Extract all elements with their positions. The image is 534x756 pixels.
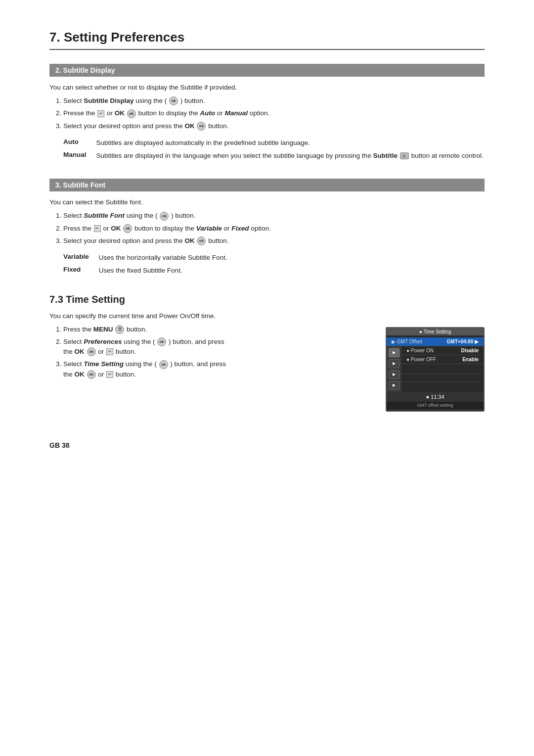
screenshot-row-poweroff: ● Power OFF Enable	[401, 355, 484, 364]
time-setting-section: 7.3 Time Setting You can specify the cur…	[49, 294, 485, 412]
ok-label-6: OK	[75, 371, 85, 378]
variable-desc: Uses the horizontally variable Subtitle …	[99, 253, 227, 266]
menu-icon: ☰	[115, 325, 124, 334]
subtitle-font-steps: Select Subtitle Font using the ( ok ) bu…	[49, 211, 485, 246]
enter-icon-4: ↵	[106, 371, 113, 378]
manual-definition: Manual Subtitles are displayed in the la…	[63, 151, 484, 164]
subtitle-font-section: 3. Subtitle Font You can select the Subt…	[49, 179, 485, 279]
poweroff-value: Enable	[462, 357, 479, 362]
time-step-1: Press the MENU ☰ button.	[63, 325, 371, 334]
time-setting-label: Time Setting	[84, 360, 124, 368]
ok-button-icon-5: ok	[123, 224, 132, 233]
time-setting-content: Press the MENU ☰ button. Select Preferen…	[49, 325, 485, 412]
variable-term: Variable	[63, 253, 99, 266]
ok-label-3: OK	[111, 225, 121, 232]
time-setting-title: 7.3 Time Setting	[49, 294, 485, 305]
enter-icon-2: ↵	[94, 225, 101, 232]
screenshot-row-poweron: ● Power ON Disable	[401, 346, 484, 355]
manual-desc: Subtitles are displayed in the language …	[96, 151, 484, 164]
font-step-2: Press the ↵ or OK ok button to display t…	[63, 224, 485, 234]
enter-icon: ↵	[97, 110, 104, 117]
subtitle-font-label: Subtitle Font	[84, 212, 124, 219]
poweron-label: ● Power ON	[406, 348, 434, 353]
ok-button-icon-9: ok	[159, 360, 168, 369]
poweroff-label: ● Power OFF	[406, 357, 436, 362]
auto-desc: Subtitles are displayed automatically in…	[96, 138, 484, 151]
step-2: Presse the ↵ or OK ok button to display …	[63, 108, 485, 118]
ok-label-2: OK	[184, 122, 194, 130]
time-setting-steps: Press the MENU ☰ button. Select Preferen…	[49, 325, 371, 379]
screenshot-time: ● 11:34	[387, 392, 484, 402]
subtitle-display-steps: Select Subtitle Display using the ( ok )…	[49, 96, 485, 131]
variable-label: Variable	[196, 225, 222, 232]
subtitle-display-header: 2. Subtitle Display	[49, 64, 485, 77]
subtitle-display-section: 2. Subtitle Display You can select wheth…	[49, 64, 485, 164]
ok-label: OK	[115, 109, 125, 117]
screenshot-content: ▶ GMT Offset GMT+04:00 ▶ ▶ ▶ ▶ ▶ ● Power…	[387, 335, 484, 411]
ok-button-icon: ok	[169, 96, 178, 105]
manual-term: Manual	[63, 151, 96, 164]
page-number: GB 38	[49, 441, 485, 449]
variable-definition: Variable Uses the horizontally variable …	[63, 253, 227, 266]
fixed-term: Fixed	[63, 266, 99, 279]
manual-label: Manual	[224, 109, 248, 117]
fixed-label: Fixed	[231, 225, 249, 232]
fixed-definition: Fixed Uses the fixed Subtitle Font.	[63, 266, 227, 279]
subtitle-display-intro: You can select whether or not to display…	[49, 84, 485, 91]
screenshot-row-empty	[401, 364, 484, 374]
auto-term: Auto	[63, 138, 96, 151]
font-step-1: Select Subtitle Font using the ( ok ) bu…	[63, 211, 485, 221]
subtitle-display-definitions: Auto Subtitles are displayed automatical…	[63, 138, 484, 164]
subtitle-display-bold: Subtitle Display	[84, 97, 134, 104]
subtitle-icon: ⊡	[400, 152, 409, 159]
screenshot-row-empty-2	[401, 374, 484, 382]
ok-button-icon-8: ok	[87, 347, 96, 356]
time-setting-intro: You can specify the current time and Pow…	[49, 312, 485, 320]
time-step-3: Select Time Setting using the ( ok ) but…	[63, 359, 371, 379]
gmt-value: GMT+04:00 ▶	[447, 339, 479, 344]
sidebar-icon-3: ▶	[389, 370, 400, 379]
time-setting-steps-container: Press the MENU ☰ button. Select Preferen…	[49, 325, 371, 386]
step-3: Select your desired option and press the…	[63, 121, 485, 131]
ok-button-icon-3: ok	[197, 122, 206, 131]
step-1: Select Subtitle Display using the ( ok )…	[63, 96, 485, 106]
subtitle-bold: Subtitle	[373, 152, 398, 159]
ok-button-icon-4: ok	[160, 212, 169, 221]
time-setting-screenshot: ● Time Setting ▶ GMT Offset GMT+04:00 ▶ …	[386, 327, 485, 412]
screenshot-footer: GMT offset setting	[387, 402, 484, 409]
auto-label: Auto	[200, 109, 215, 117]
ok-button-icon-6: ok	[197, 236, 206, 245]
subtitle-font-intro: You can select the Subtitle font.	[49, 198, 485, 206]
ok-button-icon-2: ok	[127, 109, 136, 118]
preferences-label: Preferences	[84, 338, 122, 345]
time-step-2: Select Preferences using the ( ok ) butt…	[63, 337, 371, 357]
menu-label: MENU	[93, 326, 113, 333]
sidebar-icon-1: ▶	[389, 348, 400, 357]
sidebar-icon-2: ▶	[389, 359, 400, 368]
poweron-value: Disable	[461, 348, 479, 353]
subtitle-font-definitions: Variable Uses the horizontally variable …	[63, 253, 227, 279]
ok-button-icon-7: ok	[157, 337, 166, 346]
gmt-label: ▶ GMT Offset	[392, 339, 422, 344]
screenshot-title: ● Time Setting	[387, 328, 484, 335]
screenshot-row-gmt: ▶ GMT Offset GMT+04:00 ▶	[387, 337, 484, 346]
fixed-desc: Uses the fixed Subtitle Font.	[99, 266, 227, 279]
ok-button-icon-10: ok	[87, 370, 96, 379]
enter-icon-3: ↵	[106, 348, 113, 355]
subtitle-font-header: 3. Subtitle Font	[49, 179, 485, 191]
auto-definition: Auto Subtitles are displayed automatical…	[63, 138, 484, 151]
sidebar-icon-4: ▶	[389, 381, 400, 390]
ok-label-4: OK	[184, 237, 194, 244]
ok-label-5: OK	[75, 348, 85, 355]
page-title: 7. Setting Preferences	[49, 30, 485, 50]
font-step-3: Select your desired option and press the…	[63, 236, 485, 246]
